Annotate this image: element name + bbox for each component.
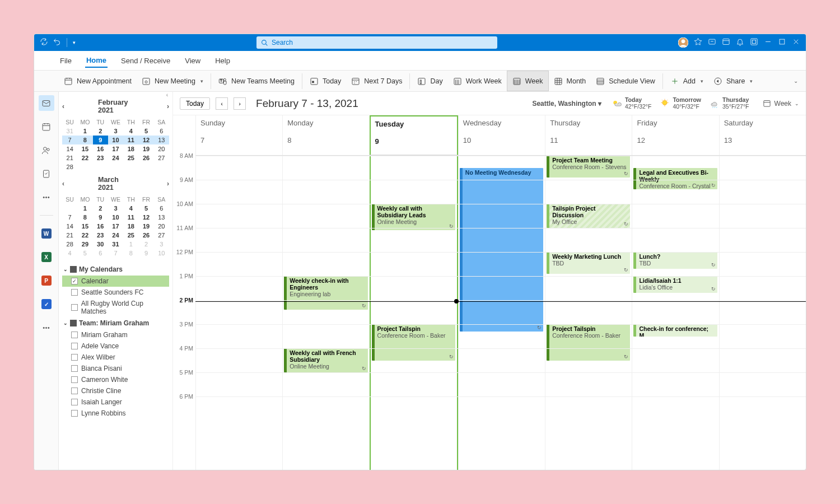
calendar-checkbox[interactable] xyxy=(71,365,78,372)
powerpoint-rail-icon[interactable]: P xyxy=(39,273,54,288)
calendar-event[interactable]: Tailspin Project DiscussionMy Office↻ xyxy=(547,204,630,228)
undo-icon[interactable] xyxy=(53,38,61,48)
calendar-checkbox[interactable] xyxy=(71,278,78,284)
mini-day[interactable]: 26 xyxy=(138,153,153,162)
view-select[interactable]: Week ⌄ xyxy=(763,99,799,108)
calendar-checkbox[interactable] xyxy=(71,399,78,405)
mini-day[interactable]: 20 xyxy=(154,144,169,153)
mini-day[interactable]: 3 xyxy=(154,240,169,249)
mini-day[interactable]: 15 xyxy=(77,144,92,153)
day-column[interactable]: No Meeting Wednesday↻ xyxy=(458,156,545,470)
calendar-item[interactable]: Christie Cline xyxy=(62,385,169,396)
mini-day[interactable]: 9 xyxy=(138,249,153,258)
calendar-rail-icon[interactable] xyxy=(39,119,54,134)
people-rail-icon[interactable] xyxy=(39,142,54,158)
menu-item-file[interactable]: File xyxy=(59,54,73,67)
calendar-event[interactable]: Weekly call with French SubsidiaryOnline… xyxy=(284,348,367,372)
calendar-event[interactable]: Project Team MeetingConference Room - St… xyxy=(547,156,630,178)
today-button[interactable]: Today xyxy=(305,71,346,91)
maximize-icon[interactable] xyxy=(778,38,786,48)
add-button[interactable]: Add xyxy=(665,71,708,91)
mini-day[interactable]: 6 xyxy=(154,127,169,136)
mini-day[interactable]: 6 xyxy=(93,249,108,258)
mini-day[interactable]: 21 xyxy=(62,153,77,162)
mini-day[interactable]: 28 xyxy=(62,240,77,249)
next-month-icon[interactable]: › xyxy=(167,102,169,110)
calendar-event[interactable]: Legal and Executives Bi-WeeklyConference… xyxy=(633,168,717,190)
calendar-event[interactable]: No Meeting Wednesday↻ xyxy=(460,168,543,332)
weather-location[interactable]: Seattle, Washington ▾ xyxy=(532,100,601,108)
goto-today-button[interactable]: Today xyxy=(180,97,210,110)
mini-day[interactable]: 8 xyxy=(77,136,92,144)
window-settings-icon[interactable] xyxy=(750,38,758,48)
workweek-view-button[interactable]: Work Week xyxy=(448,71,507,91)
mini-day[interactable]: 30 xyxy=(93,240,108,249)
calendar-item[interactable]: Calendar xyxy=(62,276,169,287)
close-icon[interactable] xyxy=(792,38,800,48)
calendar-event[interactable]: Project TailspinConference Room - Baker↻ xyxy=(372,324,455,361)
calendar-checkbox[interactable] xyxy=(71,304,78,311)
mini-day[interactable]: 19 xyxy=(138,222,153,231)
more-rail-icon[interactable] xyxy=(39,189,54,205)
mini-day[interactable]: 4 xyxy=(123,127,138,136)
menu-item-view[interactable]: View xyxy=(184,54,202,67)
month-view-button[interactable]: Month xyxy=(549,71,591,91)
share-button[interactable]: Share xyxy=(708,71,758,91)
schedule-view-button[interactable]: Schedule View xyxy=(591,71,660,91)
mini-day[interactable]: 9 xyxy=(93,136,108,144)
calendar-item[interactable]: Cameron White xyxy=(62,374,169,385)
day-column[interactable]: Project Team MeetingConference Room - St… xyxy=(545,156,632,470)
mini-day[interactable]: 9 xyxy=(93,213,108,222)
mini-day[interactable]: 3 xyxy=(108,127,123,136)
calendar-item[interactable]: Bianca Pisani xyxy=(62,363,169,374)
sync-icon[interactable] xyxy=(40,38,48,48)
weather-day[interactable]: Today42°F/32°F xyxy=(612,97,652,110)
mini-day[interactable]: 3 xyxy=(108,204,123,213)
weather-day[interactable]: Tomorrow40°F/32°F xyxy=(659,97,701,110)
mini-day[interactable]: 18 xyxy=(123,144,138,153)
mini-day[interactable]: 5 xyxy=(77,249,92,258)
mini-day[interactable] xyxy=(62,204,77,213)
collapse-sidebar-icon[interactable]: ‹ xyxy=(166,92,168,98)
calendar-item[interactable]: Isaiah Langer xyxy=(62,396,169,408)
calendar-peek-icon[interactable] xyxy=(722,38,730,48)
mini-day[interactable]: 27 xyxy=(154,153,169,162)
mini-day[interactable]: 12 xyxy=(138,136,153,144)
calendar-event[interactable]: Weekly check-in with EngineersEngineerin… xyxy=(284,276,367,310)
mini-day[interactable]: 26 xyxy=(138,231,153,240)
mini-day[interactable]: 8 xyxy=(123,249,138,258)
mini-day[interactable]: 2 xyxy=(93,127,108,136)
mini-day[interactable]: 17 xyxy=(108,144,123,153)
calendar-item[interactable]: Alex Wilber xyxy=(62,352,169,363)
new-meeting-button[interactable]: New Meeting xyxy=(137,71,208,91)
mini-day[interactable]: 16 xyxy=(93,222,108,231)
mini-day[interactable]: 11 xyxy=(123,213,138,222)
notifications-icon[interactable] xyxy=(736,38,744,48)
mini-day[interactable]: 21 xyxy=(62,231,77,240)
qat-customize-icon[interactable]: ▾ xyxy=(73,40,76,45)
week-view-button[interactable]: Week xyxy=(507,71,549,91)
calendar-event[interactable]: Weekly call with Subsidiary LeadsOnline … xyxy=(372,204,455,230)
excel-rail-icon[interactable]: X xyxy=(39,249,54,265)
calendar-event[interactable]: Lidia/Isaiah 1:1Lidia's Office↻ xyxy=(633,276,717,293)
mini-day[interactable]: 27 xyxy=(154,231,169,240)
weather-day[interactable]: Thursday35°F/27°F xyxy=(709,97,749,110)
menu-item-help[interactable]: Help xyxy=(214,54,231,67)
mini-day[interactable]: 14 xyxy=(62,144,77,153)
day-view-button[interactable]: Day xyxy=(412,71,447,91)
mini-day[interactable]: 22 xyxy=(77,153,92,162)
day-header[interactable]: Saturday13 xyxy=(719,115,806,155)
mini-day[interactable]: 14 xyxy=(62,222,77,231)
search-input[interactable]: Search xyxy=(256,36,497,49)
mail-rail-icon[interactable] xyxy=(39,95,54,111)
day-column[interactable]: Weekly check-in with EngineersEngineerin… xyxy=(282,156,369,470)
day-header[interactable]: Sunday7 xyxy=(195,115,282,155)
mini-day[interactable]: 24 xyxy=(108,231,123,240)
new-appointment-button[interactable]: New Appointment xyxy=(59,71,137,91)
calendar-event[interactable]: Check-in for conference; M xyxy=(633,324,717,337)
minimize-icon[interactable] xyxy=(764,38,772,48)
mini-day[interactable]: 2 xyxy=(93,204,108,213)
mini-day[interactable]: 13 xyxy=(154,213,169,222)
mini-day[interactable] xyxy=(77,162,92,171)
mini-day[interactable]: 29 xyxy=(77,240,92,249)
